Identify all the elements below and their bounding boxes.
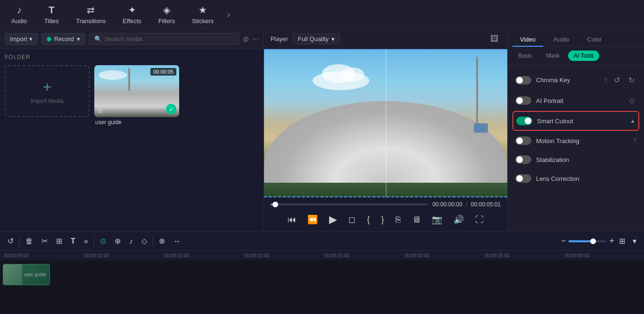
progress-knob[interactable] (272, 202, 278, 207)
zoom-minus-button[interactable]: − (561, 236, 566, 246)
media-item-user-guide[interactable]: 00:00:05 ✓ ⊞ user guide (94, 65, 179, 126)
timeline-split-button[interactable]: ⊕ (112, 235, 124, 247)
audio-icon: ♪ (17, 5, 22, 16)
tab-color[interactable]: Color (579, 33, 609, 47)
chroma-key-label: Chroma Key (536, 76, 599, 84)
timeline-expand-button[interactable]: ↔ (171, 235, 184, 247)
record-button[interactable]: Record ▾ (41, 33, 85, 45)
export-button[interactable]: ⎘ (394, 213, 403, 227)
timeline-clip[interactable]: user guide (3, 264, 50, 285)
media-area: FOLDER + Import Media 00:00:05 ✓ (0, 49, 264, 231)
timeline-trash-button[interactable]: 🗑 (23, 235, 36, 247)
timeline-settings-button[interactable]: ▾ (630, 235, 639, 247)
zoom-control: − + (561, 236, 614, 246)
ruler-mark-6: 00:00:30:00 (404, 253, 484, 258)
timeline-ruler: 00:00:05:00 00:00:10:00 00:00:15:00 00:0… (0, 251, 644, 260)
folder-label: FOLDER (5, 54, 259, 60)
subtab-ai-tools[interactable]: AI Tools (568, 51, 599, 61)
stickers-icon: ★ (198, 4, 207, 16)
timeline-tracks[interactable]: user guide (0, 260, 644, 314)
timeline-cut-button[interactable]: ✂ (39, 235, 50, 247)
step-back-button[interactable]: ⏮ (286, 213, 298, 227)
zoom-plus-button[interactable]: + (609, 236, 614, 246)
toolbar-effects-label: Effects (123, 17, 141, 25)
stop-button[interactable]: ◻ (347, 212, 357, 227)
toolbar-effects[interactable]: ✦ Effects (116, 1, 148, 27)
lens-correction-label: Lens Correction (536, 175, 636, 182)
timeline-audio-button[interactable]: ♪ (126, 235, 136, 247)
video-playhead (386, 49, 387, 197)
tab-video[interactable]: Video (512, 33, 543, 47)
monitor-button[interactable]: 🖥 (410, 213, 422, 227)
progress-bar[interactable] (271, 204, 428, 205)
play-button[interactable]: ▶ (327, 212, 339, 228)
quality-label: Full Quality (298, 35, 329, 42)
chroma-key-help-icon[interactable]: ? (604, 77, 607, 84)
chroma-key-redo-icon[interactable]: ↻ (627, 75, 636, 85)
clip-title: user guide (94, 119, 179, 126)
ai-portrait-diamond-icon[interactable]: ◇ (627, 96, 636, 105)
toolbar-audio[interactable]: ♪ Audio (5, 2, 33, 27)
ai-portrait-toggle[interactable] (515, 96, 531, 105)
timeline-keyframe-button[interactable]: ◇ (139, 235, 150, 247)
progress-bar-container: 00:00:00:00 / 00:00:05:01 (271, 201, 501, 208)
timeline-more-button[interactable]: » (81, 235, 91, 247)
stabilization-toggle[interactable] (515, 155, 531, 164)
ruler-marks-container: 00:00:05:00 00:00:10:00 00:00:15:00 00:0… (0, 253, 644, 258)
timeline-undo-button[interactable]: ↺ (5, 235, 17, 247)
subtab-basic[interactable]: Basic (512, 51, 537, 61)
toolbar-stickers[interactable]: ★ Stickers (185, 1, 220, 27)
motion-tracking-help-icon[interactable]: ? (633, 137, 636, 144)
toolbar-filters[interactable]: ◈ Filters (152, 1, 182, 27)
option-chroma-key: Chroma Key ? ↺ ↻ (512, 70, 639, 90)
zoom-slider[interactable] (569, 240, 606, 242)
zoom-knob[interactable] (590, 238, 596, 244)
lens-correction-toggle[interactable] (515, 174, 531, 183)
option-smart-cutout: Smart Cutout ▲ (512, 111, 639, 131)
play-back-button[interactable]: ⏪ (305, 212, 320, 227)
timeline-text-button[interactable]: T (68, 235, 78, 247)
mark-out-button[interactable]: } (380, 213, 386, 227)
media-grid: + Import Media 00:00:05 ✓ ⊞ user guide (5, 65, 259, 126)
filter-icon[interactable]: ⊘ (243, 34, 249, 43)
smart-cutout-toggle[interactable] (516, 117, 532, 125)
clip-label: user guide (22, 271, 48, 278)
speaker-button[interactable]: 🔊 (452, 212, 466, 227)
player-picture-icon[interactable]: 🖼 (488, 32, 501, 46)
import-button[interactable]: Import ▾ (5, 33, 38, 45)
subtab-mask[interactable]: Mask (540, 51, 565, 61)
fullscreen-button[interactable]: ⛶ (473, 213, 486, 227)
search-bar[interactable]: 🔍 Search media (89, 33, 239, 45)
player-toolbar: Player Full Quality ▾ 🖼 (264, 29, 507, 49)
clip-thumbnail (3, 264, 22, 285)
time-total: 00:00:05:01 (471, 201, 501, 208)
import-media-slot[interactable]: + Import Media (5, 65, 90, 117)
mark-in-button[interactable]: { (365, 213, 372, 227)
toolbar-more-button[interactable]: › (224, 6, 233, 23)
cloud-decoration (313, 71, 369, 90)
tab-audio[interactable]: Audio (546, 33, 577, 47)
more-options-icon[interactable]: ··· (253, 35, 259, 43)
toolbar-transitions[interactable]: ⇄ Transitions (69, 1, 112, 27)
ruler-mark-8: 00:00:40:00 (564, 253, 644, 258)
toolbar-filters-label: Filters (158, 17, 175, 25)
timeline-grid-button[interactable]: ⊞ (617, 235, 627, 247)
timeline-attach-button[interactable]: ⊗ (156, 235, 168, 247)
left-panel: Import ▾ Record ▾ 🔍 Search media ⊘ ··· F… (0, 29, 264, 231)
option-lens-correction: Lens Correction (512, 170, 639, 187)
ai-portrait-label: AI Portrait (536, 97, 623, 104)
import-label: Import (10, 35, 27, 42)
timeline-crop-button[interactable]: ⊞ (53, 235, 65, 247)
chroma-key-toggle[interactable] (515, 76, 531, 85)
ruler-mark-7: 00:00:35:00 (484, 253, 564, 258)
toolbar-titles[interactable]: T Titles (37, 2, 66, 27)
motion-tracking-toggle[interactable] (515, 136, 531, 145)
chroma-key-undo-icon[interactable]: ↺ (612, 75, 622, 85)
smart-cutout-arrow-icon[interactable]: ▲ (630, 118, 636, 124)
quality-select[interactable]: Full Quality ▾ (293, 34, 340, 44)
toolbar-transitions-label: Transitions (76, 17, 106, 25)
timeline-speed-button[interactable]: ⊙ (97, 235, 109, 247)
screenshot-button[interactable]: 📷 (430, 212, 444, 227)
ruler-mark-3: 00:00:15:00 (163, 253, 243, 258)
search-icon: 🔍 (94, 35, 102, 42)
